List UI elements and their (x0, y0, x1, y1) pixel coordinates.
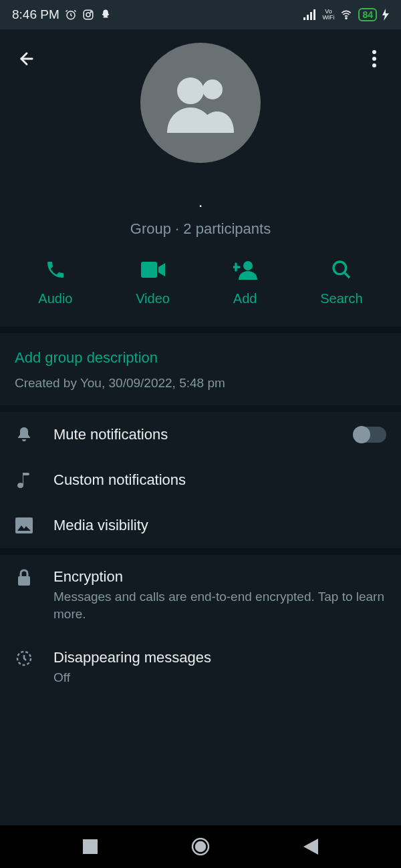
svg-point-15 (243, 261, 253, 270)
audio-call-button[interactable]: Audio (38, 258, 72, 306)
description-section[interactable]: Add group description Created by You, 30… (0, 333, 401, 405)
mute-toggle[interactable] (354, 427, 386, 443)
custom-label: Custom notifications (53, 471, 386, 489)
timer-icon (15, 649, 33, 668)
phone-icon (43, 258, 68, 282)
svg-rect-17 (15, 517, 33, 533)
add-description-link[interactable]: Add group description (15, 349, 386, 367)
search-icon (329, 258, 354, 282)
back-nav-button[interactable] (291, 832, 331, 861)
media-visibility-row[interactable]: Media visibility (0, 503, 401, 548)
svg-rect-18 (18, 576, 30, 586)
section-divider (0, 548, 401, 555)
status-time: 8:46 PM (12, 7, 59, 22)
svg-rect-14 (141, 262, 157, 278)
svg-rect-5 (307, 15, 309, 20)
add-label: Add (233, 291, 257, 306)
group-name[interactable]: . (0, 192, 401, 211)
group-icon (160, 69, 241, 136)
more-options-button[interactable] (360, 44, 389, 73)
section-divider (0, 327, 401, 333)
add-person-icon (233, 258, 257, 282)
encryption-title: Encryption (53, 568, 386, 586)
disappearing-subtitle: Off (53, 669, 386, 686)
media-label: Media visibility (53, 517, 386, 534)
svg-point-12 (177, 77, 204, 104)
group-subtitle: Group · 2 participants (0, 220, 401, 238)
mute-notifications-row[interactable]: Mute notifications (0, 412, 401, 457)
disappearing-messages-row[interactable]: Disappearing messages Off (0, 636, 401, 700)
encryption-subtitle: Messages and calls are end-to-end encryp… (53, 588, 386, 622)
group-avatar[interactable] (140, 43, 261, 163)
snapchat-icon (100, 9, 112, 21)
video-label: Video (136, 291, 170, 306)
svg-point-10 (372, 57, 376, 61)
image-icon (15, 516, 33, 535)
battery-indicator: 84 (358, 8, 377, 21)
custom-notifications-row[interactable]: Custom notifications (0, 457, 401, 503)
status-bar: 8:46 PM VoWiFi 84 (0, 0, 401, 29)
action-row: Audio Video Add Search (0, 238, 401, 327)
svg-point-16 (333, 262, 346, 274)
video-icon (141, 258, 165, 282)
main-content: . Group · 2 participants Audio Video Add (0, 29, 401, 825)
vowifi-icon: VoWiFi (322, 9, 334, 21)
svg-rect-7 (313, 9, 315, 20)
svg-point-3 (90, 11, 92, 13)
search-label: Search (320, 291, 362, 306)
wifi-icon (340, 9, 353, 20)
svg-rect-6 (310, 12, 312, 20)
encryption-row[interactable]: Encryption Messages and calls are end-to… (0, 555, 401, 636)
bell-icon (15, 425, 33, 444)
svg-point-13 (203, 79, 223, 99)
svg-rect-4 (303, 17, 305, 20)
group-header: . Group · 2 participants Audio Video Add (0, 29, 401, 327)
mute-label: Mute notifications (53, 426, 334, 443)
home-button[interactable] (180, 832, 221, 861)
recents-button[interactable] (70, 832, 110, 861)
lock-icon (15, 568, 33, 587)
add-participant-button[interactable]: Add (233, 258, 257, 306)
charging-icon (382, 9, 389, 21)
svg-point-11 (372, 63, 376, 67)
section-divider (0, 405, 401, 412)
alarm-icon (65, 9, 77, 21)
instagram-icon (82, 9, 94, 21)
search-button[interactable]: Search (320, 258, 362, 306)
audio-label: Audio (38, 291, 72, 306)
music-note-icon (15, 471, 33, 489)
svg-point-9 (372, 50, 376, 54)
created-by-text: Created by You, 30/09/2022, 5:48 pm (15, 376, 386, 391)
back-button[interactable] (12, 44, 41, 73)
svg-point-22 (196, 842, 205, 851)
svg-rect-20 (83, 839, 98, 854)
svg-point-2 (86, 13, 90, 17)
disappearing-title: Disappearing messages (53, 649, 386, 666)
svg-point-8 (346, 17, 347, 19)
video-call-button[interactable]: Video (136, 258, 170, 306)
signal-icon (303, 9, 317, 20)
android-nav-bar (0, 825, 401, 868)
